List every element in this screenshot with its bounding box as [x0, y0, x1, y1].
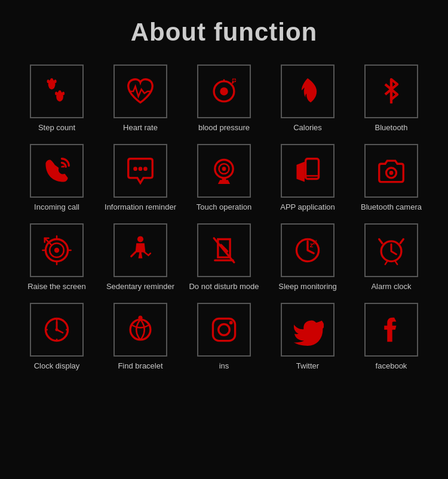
item-ins: ins — [185, 303, 263, 371]
item-sedentary-reminder: Sedentary reminder — [102, 223, 179, 292]
svg-point-9 — [220, 87, 228, 96]
icon-box-bluetooth-camera — [364, 144, 418, 198]
item-bluetooth-camera: Bluetooth camera — [352, 144, 430, 213]
item-calories: Calories — [269, 65, 346, 133]
icon-box-incoming-call — [30, 144, 84, 198]
label-ins: ins — [219, 361, 229, 371]
item-heart-rate: Heart rate — [102, 65, 179, 133]
app-application-icon — [291, 155, 324, 187]
label-calories: Calories — [293, 123, 322, 133]
sedentary-reminder-icon — [124, 234, 157, 266]
icon-box-sleep-monitoring: z z z — [281, 223, 335, 277]
icon-box-alarm-clock — [364, 223, 418, 277]
item-find-bracelet: Find bracelet — [102, 303, 179, 371]
label-step-count: Step count — [38, 123, 75, 133]
item-blood-pressure: blood pressure — [185, 65, 263, 133]
icon-box-app-application — [281, 144, 335, 198]
icon-box-calories — [281, 65, 335, 118]
heart-rate-icon — [124, 75, 157, 108]
label-incoming-call: Incoming call — [34, 202, 79, 213]
svg-point-16 — [133, 167, 137, 171]
step-count-icon — [41, 75, 73, 108]
clock-display-icon — [41, 314, 73, 346]
item-app-application: APP application — [269, 144, 346, 213]
svg-point-52 — [229, 321, 233, 324]
svg-text:z: z — [315, 238, 317, 242]
page-title: About function — [131, 18, 318, 47]
do-not-disturb-icon — [208, 234, 240, 266]
svg-point-2 — [47, 79, 50, 83]
item-alarm-clock: Alarm clock — [352, 223, 430, 292]
icon-box-clock-display — [30, 303, 84, 357]
touch-operation-icon — [208, 155, 240, 187]
incoming-call-icon — [41, 155, 73, 187]
svg-point-30 — [54, 248, 59, 253]
item-facebook: facebook — [352, 303, 430, 371]
icon-box-sedentary-reminder — [113, 223, 167, 277]
svg-point-17 — [139, 167, 143, 171]
icon-box-blood-pressure — [197, 65, 251, 118]
item-do-not-disturb: Do not disturb mode — [185, 223, 263, 292]
twitter-icon — [291, 314, 324, 346]
facebook-icon — [375, 314, 407, 346]
label-raise-the-screen: Raise the screen — [27, 282, 86, 292]
bluetooth-icon — [375, 75, 407, 108]
label-twitter: Twitter — [296, 361, 319, 371]
label-find-bracelet: Find bracelet — [118, 361, 162, 371]
svg-line-32 — [131, 252, 136, 256]
sleep-monitoring-icon: z z z — [291, 234, 324, 266]
svg-point-31 — [137, 236, 143, 242]
label-alarm-clock: Alarm clock — [371, 282, 411, 292]
svg-point-27 — [389, 171, 394, 175]
icon-box-find-bracelet — [113, 303, 167, 357]
item-twitter: Twitter — [269, 303, 346, 371]
label-touch-operation: Touch operation — [197, 202, 252, 213]
svg-point-51 — [219, 324, 230, 335]
ins-icon — [208, 314, 240, 346]
label-blood-pressure: blood pressure — [198, 123, 250, 133]
item-information-reminder: Information reminder — [102, 144, 179, 213]
label-facebook: facebook — [376, 361, 407, 371]
icon-box-step-count — [30, 65, 84, 118]
bluetooth-camera-icon — [375, 155, 407, 187]
svg-point-6 — [55, 91, 57, 95]
svg-point-5 — [59, 90, 62, 94]
item-touch-operation: Touch operation — [185, 144, 263, 213]
item-raise-the-screen: Raise the screen — [18, 223, 96, 292]
icon-box-bluetooth — [364, 65, 418, 118]
svg-line-43 — [57, 330, 63, 333]
svg-point-48 — [130, 320, 151, 340]
label-clock-display: Clock display — [34, 361, 80, 371]
alarm-clock-icon — [375, 234, 407, 266]
svg-point-21 — [222, 167, 226, 171]
label-information-reminder: Information reminder — [105, 202, 176, 213]
blood-pressure-icon — [208, 75, 240, 108]
information-reminder-icon — [124, 155, 157, 187]
svg-point-1 — [50, 78, 53, 82]
raise-the-screen-icon — [41, 234, 73, 266]
svg-point-7 — [62, 91, 65, 95]
icon-box-touch-operation — [197, 144, 251, 198]
label-app-application: APP application — [280, 202, 335, 213]
label-do-not-disturb: Do not disturb mode — [189, 282, 259, 292]
item-clock-display: Clock display — [18, 303, 96, 371]
item-sleep-monitoring: z z z Sleep monitoring — [269, 223, 346, 292]
icon-box-facebook — [364, 303, 418, 357]
icon-box-twitter — [281, 303, 335, 357]
features-grid: Step count Heart rate blood pressure — [18, 65, 430, 371]
icon-box-ins — [197, 303, 251, 357]
item-incoming-call: Incoming call — [18, 144, 96, 213]
icon-box-raise-the-screen — [30, 223, 84, 277]
calories-icon — [291, 75, 324, 108]
svg-point-18 — [143, 167, 148, 171]
icon-box-information-reminder — [113, 144, 167, 198]
item-bluetooth: Bluetooth — [352, 65, 430, 133]
label-heart-rate: Heart rate — [123, 123, 158, 133]
find-bracelet-icon — [124, 314, 157, 346]
item-step-count: Step count — [18, 65, 96, 133]
label-bluetooth-camera: Bluetooth camera — [361, 202, 422, 213]
icon-box-do-not-disturb — [197, 223, 251, 277]
label-bluetooth: Bluetooth — [375, 123, 408, 133]
icon-box-heart-rate — [113, 65, 167, 118]
label-sedentary-reminder: Sedentary reminder — [106, 282, 174, 292]
